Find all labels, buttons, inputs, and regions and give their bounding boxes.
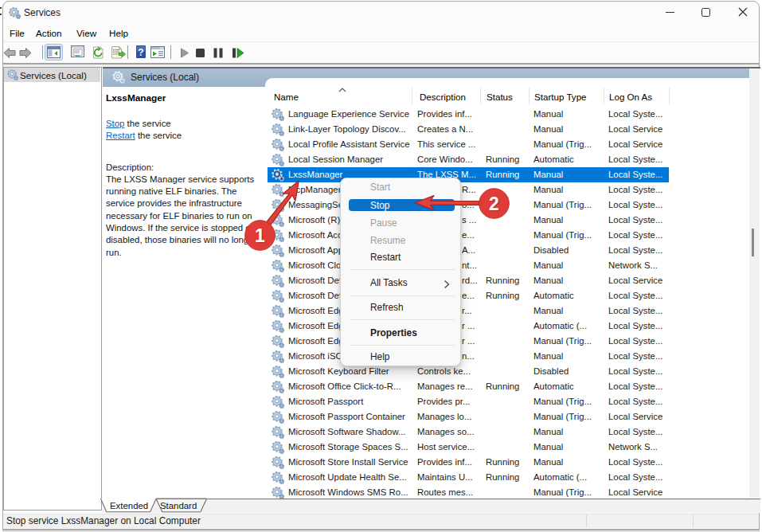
svg-text:?: ? (138, 47, 143, 58)
